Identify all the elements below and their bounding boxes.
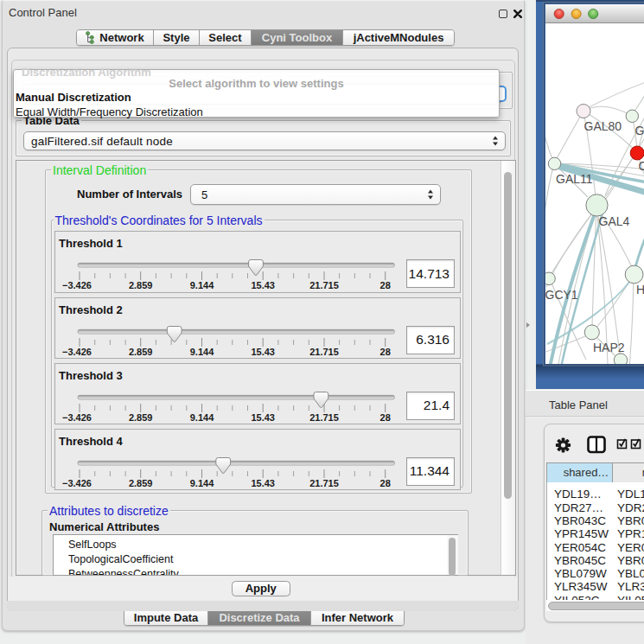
svg-text:−3.426: −3.426 <box>62 477 92 488</box>
svg-text:9.144: 9.144 <box>190 411 214 422</box>
svg-text:28: 28 <box>380 411 391 422</box>
svg-text:−3.426: −3.426 <box>62 411 92 422</box>
svg-text:15.43: 15.43 <box>251 280 275 290</box>
svg-text:21.715: 21.715 <box>309 280 339 290</box>
svg-text:−3.426: −3.426 <box>62 280 92 290</box>
svg-text:9.144: 9.144 <box>190 280 214 290</box>
svg-text:C: C <box>639 159 644 173</box>
svg-text:21.715: 21.715 <box>309 411 339 422</box>
svg-text:2.859: 2.859 <box>129 411 153 422</box>
svg-text:9.144: 9.144 <box>190 477 214 488</box>
svg-text:GA: GA <box>635 124 644 137</box>
svg-text:21.715: 21.715 <box>309 346 339 356</box>
svg-text:GAL4: GAL4 <box>599 214 630 228</box>
svg-text:28: 28 <box>380 346 391 356</box>
svg-text:GAL11: GAL11 <box>556 172 593 186</box>
svg-text:GCY1: GCY1 <box>545 288 578 302</box>
svg-text:HAP2: HAP2 <box>593 341 625 354</box>
svg-text:H: H <box>636 283 644 296</box>
svg-text:15.43: 15.43 <box>251 346 275 356</box>
svg-text:15.43: 15.43 <box>251 477 275 488</box>
svg-text:28: 28 <box>380 280 391 290</box>
svg-text:2.859: 2.859 <box>129 280 153 290</box>
svg-text:2.859: 2.859 <box>129 477 153 488</box>
svg-text:9.144: 9.144 <box>190 346 214 356</box>
svg-text:28: 28 <box>380 477 391 488</box>
svg-text:GAL80: GAL80 <box>584 119 622 133</box>
svg-text:2.859: 2.859 <box>129 346 153 356</box>
svg-text:15.43: 15.43 <box>251 411 275 422</box>
svg-text:21.715: 21.715 <box>309 477 339 488</box>
svg-text:−3.426: −3.426 <box>62 346 92 356</box>
